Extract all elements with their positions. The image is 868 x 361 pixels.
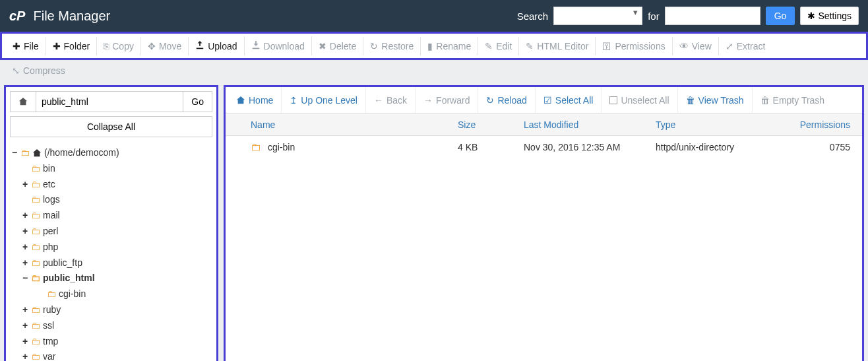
- for-label: for: [648, 11, 660, 22]
- edit-icon: ✎: [526, 41, 534, 51]
- move-icon: ✥: [148, 41, 156, 51]
- tree-node-logs[interactable]: 🗀logs: [11, 192, 211, 208]
- tree-node-tmp[interactable]: +🗀tmp: [11, 334, 211, 350]
- permissions-button[interactable]: ⚿Permissions: [596, 37, 672, 55]
- tree-node-ssl[interactable]: +🗀ssl: [11, 318, 211, 334]
- folder-icon: 🗀: [31, 302, 40, 318]
- nav-forward-button[interactable]: →Forward: [416, 87, 478, 113]
- table-header: Name Size Last Modified Type Permissions: [226, 114, 862, 136]
- nav-home-button[interactable]: Home: [228, 87, 282, 113]
- move-button[interactable]: ✥Move: [141, 37, 189, 55]
- expand-icon: ⤢: [726, 41, 733, 51]
- tree-node-perl[interactable]: +🗀perl: [11, 224, 211, 240]
- folder-icon: 🗀: [31, 349, 40, 361]
- folder-icon: 🗀: [31, 224, 40, 240]
- pencil-icon: ✎: [485, 41, 493, 51]
- nav-view-trash-button[interactable]: 🗑View Trash: [678, 87, 753, 113]
- tree-node-cgi-bin[interactable]: 🗀cgi-bin: [11, 286, 211, 302]
- tree-node-public_html[interactable]: −🗀public_html: [11, 271, 211, 286]
- content-panel: Home ↥Up One Level ←Back →Forward ↻Reloa…: [224, 85, 864, 361]
- nav-toolbar: Home ↥Up One Level ←Back →Forward ↻Reloa…: [226, 87, 862, 114]
- toolbar-row-2: ⤡Compress: [0, 60, 868, 81]
- eye-icon: 👁: [679, 41, 689, 51]
- folder-icon: 🗀: [31, 240, 40, 255]
- app-title: File Manager: [33, 9, 110, 24]
- html-editor-button[interactable]: ✎HTML Editor: [519, 37, 596, 55]
- folder-icon: 🗀: [20, 145, 30, 161]
- path-input[interactable]: [36, 91, 183, 112]
- x-icon: ✖: [319, 41, 326, 51]
- app-header: cP File Manager Search All Your Files fo…: [0, 0, 868, 32]
- tree-node-php[interactable]: +🗀php: [11, 240, 211, 255]
- delete-button[interactable]: ✖Delete: [312, 37, 363, 55]
- home-icon: [236, 96, 245, 105]
- home-icon: [32, 148, 42, 158]
- folder-icon: 🗀: [31, 177, 40, 193]
- nav-back-button[interactable]: ←Back: [366, 87, 416, 113]
- extract-button[interactable]: ⤢Extract: [719, 37, 772, 55]
- nav-unselect-all-button[interactable]: Unselect All: [602, 87, 677, 113]
- table-row[interactable]: 🗀cgi-bin4 KBNov 30, 2016 12:35 AMhttpd/u…: [226, 136, 862, 158]
- nav-empty-trash-button[interactable]: 🗑Empty Trash: [753, 87, 833, 113]
- col-modified[interactable]: Last Modified: [524, 119, 656, 130]
- download-icon: [251, 40, 261, 51]
- col-name[interactable]: Name: [233, 119, 458, 130]
- tree-node-var[interactable]: +🗀var: [11, 349, 211, 361]
- folder-icon: 🗀: [31, 334, 40, 350]
- up-icon: ↥: [290, 95, 297, 106]
- reload-icon: ↻: [486, 95, 494, 106]
- file-icon: ▮: [427, 41, 433, 51]
- cpanel-logo: cP: [9, 9, 25, 24]
- gear-icon: ✱: [807, 11, 815, 21]
- home-icon-button[interactable]: [10, 91, 36, 112]
- col-permissions[interactable]: Permissions: [774, 119, 854, 130]
- tree-root[interactable]: −🗀(/home/democom): [11, 145, 211, 161]
- tree-node-bin[interactable]: 🗀bin: [11, 161, 211, 177]
- trash-icon: 🗑: [686, 95, 695, 106]
- plus-icon: ✚: [53, 41, 61, 51]
- folder-icon: 🗀: [31, 192, 40, 208]
- new-file-button[interactable]: ✚File: [6, 37, 46, 55]
- folder-icon: 🗀: [31, 208, 40, 224]
- back-icon: ←: [374, 95, 383, 106]
- nav-reload-button[interactable]: ↻Reload: [478, 87, 535, 113]
- folder-icon: 🗀: [31, 318, 40, 334]
- search-scope-select[interactable]: All Your Files: [553, 7, 642, 25]
- tree-node-etc[interactable]: +🗀etc: [11, 177, 211, 193]
- sidebar: Go Collapse All −🗀(/home/democom) 🗀bin+🗀…: [4, 85, 218, 361]
- restore-icon: ↻: [370, 41, 378, 51]
- view-button[interactable]: 👁View: [673, 37, 719, 55]
- folder-icon: 🗀: [31, 161, 40, 177]
- plus-icon: ✚: [13, 41, 20, 51]
- download-button[interactable]: Download: [245, 36, 312, 55]
- restore-button[interactable]: ↻Restore: [363, 37, 421, 55]
- upload-icon: [195, 40, 204, 51]
- nav-select-all-button[interactable]: ☑Select All: [536, 87, 602, 113]
- compress-button[interactable]: ⤡Compress: [7, 63, 71, 79]
- search-input[interactable]: [665, 7, 760, 25]
- collapse-all-button[interactable]: Collapse All: [10, 116, 212, 137]
- col-type[interactable]: Type: [656, 119, 774, 130]
- copy-button[interactable]: ⎘Copy: [97, 37, 141, 55]
- upload-button[interactable]: Upload: [189, 36, 244, 55]
- folder-tree: −🗀(/home/democom) 🗀bin+🗀etc🗀logs+🗀mail+🗀…: [10, 143, 212, 361]
- nav-up-button[interactable]: ↥Up One Level: [282, 87, 366, 113]
- tree-node-mail[interactable]: +🗀mail: [11, 208, 211, 224]
- main-toolbar: ✚File ✚Folder ⎘Copy ✥Move Upload Downloa…: [0, 32, 868, 60]
- tree-node-public_ftp[interactable]: +🗀public_ftp: [11, 255, 211, 271]
- folder-icon: 🗀: [31, 255, 40, 271]
- forward-icon: →: [423, 95, 433, 106]
- checkbox-icon: [609, 96, 617, 104]
- search-label: Search: [517, 11, 549, 22]
- search-go-button[interactable]: Go: [766, 7, 795, 25]
- col-size[interactable]: Size: [458, 119, 524, 130]
- tree-node-ruby[interactable]: +🗀ruby: [11, 302, 211, 318]
- new-folder-button[interactable]: ✚Folder: [46, 37, 98, 55]
- settings-button[interactable]: ✱ Settings: [800, 7, 859, 25]
- path-go-button[interactable]: Go: [183, 91, 212, 112]
- folder-icon: 🗀: [251, 141, 261, 152]
- folder-icon: 🗀: [31, 271, 40, 286]
- copy-icon: ⎘: [104, 41, 109, 51]
- rename-button[interactable]: ▮Rename: [421, 37, 478, 55]
- edit-button[interactable]: ✎Edit: [478, 37, 519, 55]
